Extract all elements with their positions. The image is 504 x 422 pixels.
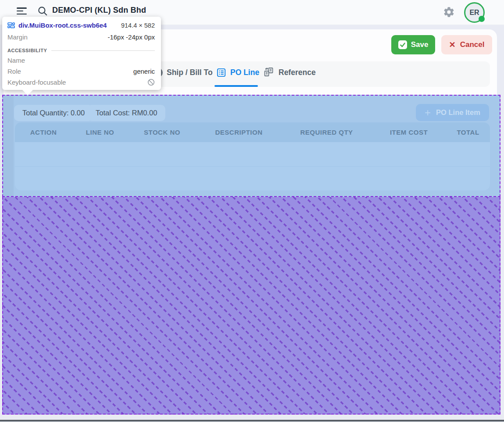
active-tab-underline [214, 85, 258, 87]
cancel-button-label: Cancel [460, 40, 485, 49]
search-icon[interactable] [37, 5, 48, 17]
avatar-initials: ER [469, 9, 479, 17]
tab-label: PO Line [230, 68, 259, 77]
column-header-stock-no: STOCK NO [144, 129, 180, 136]
plus-icon: + [425, 107, 431, 118]
po-line-table-header-row: ACTION LINE NO STOCK NO DESCRIPTION REQU… [15, 122, 490, 142]
save-button[interactable]: Save [391, 35, 435, 54]
add-po-line-item-label: PO Line Item [436, 108, 480, 117]
reference-pages-icon [263, 67, 275, 78]
column-header-line-no: LINE NO [86, 129, 114, 136]
a11y-name-label: Name [7, 57, 25, 64]
a11y-keyboard-focusable-label: Keyboard-focusable [7, 79, 66, 86]
save-check-icon [398, 40, 407, 49]
element-badge-icon [7, 22, 15, 29]
highlight-edge-shade [3, 96, 14, 196]
po-line-table: ACTION LINE NO STOCK NO DESCRIPTION REQU… [15, 122, 490, 190]
settings-gear-icon[interactable] [443, 6, 455, 18]
tab-ship-bill-to[interactable]: Ship / Bill To [154, 68, 213, 77]
not-focusable-icon [147, 79, 155, 86]
cancel-x-icon: ✕ [449, 40, 456, 50]
inspected-element-dimensions: 914.4 × 582 [121, 22, 155, 29]
save-button-label: Save [411, 40, 429, 49]
total-cost-chip: Total Cost: RM0.00 [87, 105, 165, 121]
margin-label: Margin [7, 33, 28, 41]
hamburger-menu-icon[interactable] [17, 7, 27, 15]
tooltip-arrow [22, 90, 33, 95]
table-row [15, 142, 490, 166]
tab-label: Reference [279, 68, 316, 77]
devtools-inspect-tooltip: div.MuiBox-root.css-swb6e4 914.4 × 582 M… [2, 17, 161, 90]
add-po-line-item-button[interactable]: + PO Line Item [416, 104, 489, 121]
inspected-element-selector: div.MuiBox-root.css-swb6e4 [18, 21, 107, 29]
column-header-item-cost: ITEM COST [390, 129, 428, 136]
column-header-description: DESCRIPTION [215, 129, 262, 136]
a11y-role-label: Role [7, 68, 21, 75]
table-row [15, 167, 490, 190]
tab-label: Ship / Bill To [167, 68, 213, 77]
accessibility-section-header: ACCESSIBILITY [7, 48, 47, 53]
column-header-total: TOTAL [457, 129, 479, 136]
section-divider [51, 50, 155, 51]
devtools-content-highlight: Total Quantity: 0.00 Total Cost: RM0.00 … [2, 95, 500, 197]
tab-po-line[interactable]: PO Line [216, 68, 259, 78]
column-header-required-qty: REQUIRED QTY [300, 129, 353, 136]
column-header-action: ACTION [30, 129, 57, 136]
total-quantity-chip: Total Quantity: 0.00 [14, 105, 93, 121]
company-name[interactable]: DEMO-CPI (KL) Sdn Bhd [52, 6, 146, 15]
devtools-margin-overlay [2, 197, 500, 415]
po-line-list-icon [216, 68, 226, 78]
margin-value: -16px -24px 0px [107, 33, 155, 41]
a11y-role-value: generic [133, 68, 155, 75]
cancel-button[interactable]: ✕ Cancel [441, 35, 492, 54]
avatar[interactable]: ER [464, 2, 485, 23]
tab-reference[interactable]: Reference [263, 67, 316, 78]
online-status-dot [479, 16, 485, 22]
